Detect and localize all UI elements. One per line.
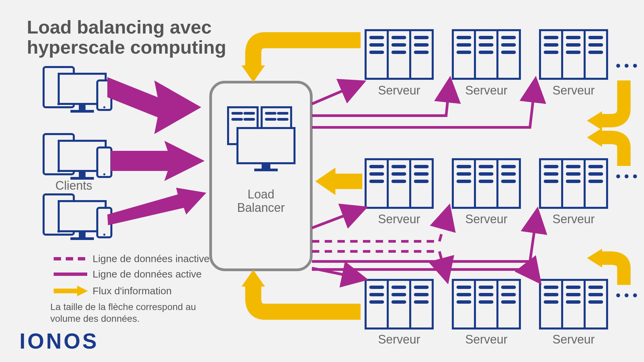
svg-marker-39 <box>315 168 335 195</box>
clients-group-3 <box>44 194 111 240</box>
client-arrow-large <box>107 77 201 134</box>
data-lines-row3 <box>312 268 537 278</box>
client-arrow-medium <box>111 141 205 181</box>
lb-label-2: Balancer <box>237 201 285 215</box>
legend-flow: Flux d'information <box>93 285 172 296</box>
clients-label: Clients <box>55 179 92 192</box>
ellipsis-2: • • • <box>616 169 637 184</box>
title-line1: Load balancing avec <box>27 16 212 38</box>
server-label-4: Serveur <box>378 212 420 226</box>
ellipsis-1: • • • <box>616 58 637 73</box>
server-label-2: Serveur <box>465 83 507 97</box>
ionos-logo: IONOS <box>19 329 99 353</box>
svg-rect-33 <box>237 128 294 163</box>
server-label-8: Serveur <box>465 333 507 346</box>
clients-group-1 <box>44 67 111 113</box>
svg-marker-21 <box>107 188 206 225</box>
server-label-3: Serveur <box>552 83 595 97</box>
svg-marker-19 <box>107 77 201 134</box>
return-flow-2 <box>587 128 624 166</box>
svg-marker-40 <box>587 111 602 130</box>
servers: Serveur Serveur Serveur Serveur Serveur … <box>366 30 607 346</box>
svg-marker-42 <box>587 249 602 267</box>
note-1: La taille de la flèche correspond au <box>50 302 196 312</box>
server-label-1: Serveur <box>378 83 420 97</box>
svg-rect-34 <box>262 163 270 169</box>
clients-group-2 <box>44 134 111 180</box>
info-flow-top <box>241 40 361 82</box>
svg-marker-46 <box>77 286 88 296</box>
legend: Ligne de données inactive Ligne de donné… <box>54 253 210 296</box>
load-balancer: Load Balancer <box>211 82 311 270</box>
legend-active: Ligne de données active <box>93 268 202 280</box>
legend-inactive: Ligne de données inactive <box>93 253 210 264</box>
svg-rect-38 <box>335 174 362 189</box>
server-label-5: Serveur <box>465 212 507 226</box>
svg-marker-41 <box>587 128 602 147</box>
info-flow-mid <box>315 168 362 195</box>
title-line2: hyperscale computing <box>27 37 226 58</box>
svg-marker-36 <box>241 65 265 82</box>
server-label-7: Serveur <box>378 333 420 346</box>
svg-rect-35 <box>254 169 278 171</box>
lb-label-1: Load <box>248 187 274 201</box>
client-arrow-small <box>107 188 206 225</box>
note-2: volume des données. <box>50 313 140 324</box>
server-label-6: Serveur <box>552 212 595 226</box>
svg-marker-20 <box>111 141 205 181</box>
server-label-9: Serveur <box>552 333 595 346</box>
ellipsis-3: • • • <box>616 288 637 303</box>
info-flow-bottom <box>241 270 361 312</box>
svg-marker-37 <box>241 270 265 287</box>
